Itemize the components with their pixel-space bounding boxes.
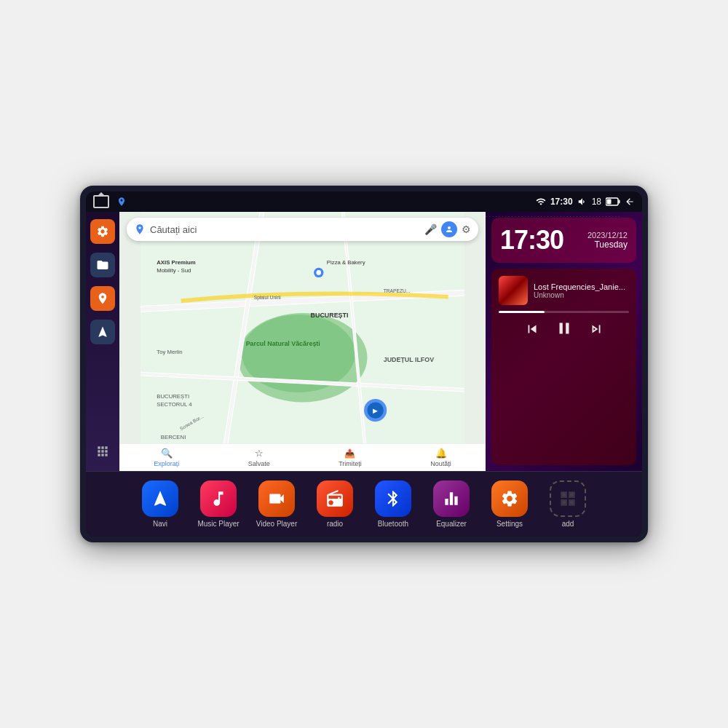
status-left (93, 195, 128, 208)
status-bar: 17:30 18 (86, 191, 642, 212)
map-tab-explore[interactable]: 🔍 Explorați (154, 448, 179, 467)
track-name: Lost Frequencies_Janie... (534, 282, 629, 291)
dock-item-equalizer[interactable]: Equalizer (426, 480, 477, 528)
equalizer-label: Equalizer (436, 520, 467, 528)
dock-item-video[interactable]: Video Player (251, 480, 302, 528)
dock-item-settings[interactable]: Settings (484, 480, 535, 528)
battery-level: 18 (592, 197, 601, 207)
battery-icon (606, 197, 620, 206)
bottom-dock: Navi Music Player Video Player (86, 471, 642, 537)
svg-text:►: ► (371, 406, 379, 415)
clock-time: 17:30 (500, 225, 563, 256)
map-tab-saved-label: Salvate (248, 460, 270, 467)
map-tab-send[interactable]: 📤 Trimiteți (339, 448, 362, 467)
svg-text:Mobility - Sud: Mobility - Sud (157, 267, 191, 274)
music-track-info: Lost Frequencies_Janie... Unknown (499, 276, 629, 305)
music-player-label: Music Player (197, 520, 239, 528)
map-search-text: Căutați aici (150, 224, 420, 235)
right-panel: 17:30 2023/12/12 Tuesday Lost Frequencie… (486, 212, 642, 471)
map-settings-icon[interactable]: ⚙ (462, 223, 471, 235)
sidebar-apps-btn[interactable] (90, 439, 115, 464)
bluetooth-label: Bluetooth (378, 520, 408, 528)
svg-text:BUCUREȘTI: BUCUREȘTI (311, 312, 349, 319)
svg-point-31 (316, 270, 321, 275)
home-icon[interactable] (93, 195, 109, 208)
music-widget: Lost Frequencies_Janie... Unknown (491, 269, 636, 465)
add-label: add (562, 520, 574, 528)
video-player-icon (258, 480, 295, 517)
map-bottom-bar: 🔍 Explorați ☆ Salvate 📤 Trimiteți 🔔 Nout… (119, 443, 486, 471)
music-progress-fill (499, 311, 545, 313)
map-tab-news-label: Noutăți (430, 460, 451, 467)
svg-text:BERCENI: BERCENI (161, 434, 186, 440)
map-search-bar[interactable]: Căutați aici 🎤 ⚙ (127, 218, 478, 241)
navi-label: Navi (153, 520, 167, 528)
clock-day-value: Tuesday (587, 240, 628, 250)
bluetooth-icon (375, 480, 411, 517)
svg-text:AXIS Premium: AXIS Premium (157, 259, 196, 266)
music-player-icon (200, 480, 237, 517)
dock-item-music[interactable]: Music Player (193, 480, 244, 528)
mic-icon[interactable]: 🎤 (424, 223, 437, 235)
svg-text:BUCUREȘTI: BUCUREȘTI (157, 393, 189, 400)
dock-item-navi[interactable]: Navi (135, 480, 186, 528)
map-container[interactable]: Căutați aici 🎤 ⚙ (119, 212, 486, 471)
svg-text:Toy Merlin: Toy Merlin (157, 349, 182, 355)
wifi-icon (536, 197, 546, 207)
radio-label: radio (327, 520, 343, 528)
sidebar-files-btn[interactable] (90, 253, 115, 277)
account-icon[interactable] (441, 221, 457, 237)
main-area: Căutați aici 🎤 ⚙ (86, 212, 642, 471)
dock-item-add[interactable]: add (542, 480, 593, 528)
dock-item-bluetooth[interactable]: Bluetooth (368, 480, 419, 528)
clock-date: 2023/12/12 Tuesday (587, 231, 628, 250)
settings-label: Settings (496, 520, 523, 528)
volume-icon (577, 197, 587, 207)
map-status-icon[interactable] (115, 195, 128, 208)
map-pin-icon (134, 223, 146, 235)
sidebar (86, 212, 119, 471)
svg-text:Pizza & Bakery: Pizza & Bakery (327, 259, 365, 266)
svg-rect-1 (619, 200, 620, 204)
svg-text:Parcul Natural Văcărești: Parcul Natural Văcărești (246, 340, 320, 347)
track-details: Lost Frequencies_Janie... Unknown (534, 282, 629, 299)
clock-widget: 17:30 2023/12/12 Tuesday (491, 218, 636, 263)
clock-date-value: 2023/12/12 (587, 231, 628, 240)
map-tab-news[interactable]: 🔔 Noutăți (430, 448, 451, 467)
video-player-label: Video Player (256, 520, 298, 528)
status-right: 17:30 18 (536, 197, 635, 207)
next-button[interactable] (588, 321, 604, 341)
music-controls (499, 319, 629, 342)
prev-button[interactable] (524, 321, 540, 341)
settings-icon (491, 480, 528, 517)
radio-icon (317, 480, 353, 517)
dock-item-radio[interactable]: radio (309, 480, 360, 528)
device-frame: 17:30 18 (80, 186, 648, 542)
album-art (499, 276, 528, 305)
map-tab-saved[interactable]: ☆ Salvate (248, 448, 270, 467)
pause-button[interactable] (555, 319, 574, 342)
time-display: 17:30 (550, 197, 573, 207)
svg-text:JUDEȚUL ILFOV: JUDEȚUL ILFOV (384, 356, 434, 363)
device-screen: 17:30 18 (86, 191, 642, 537)
sidebar-navigate-btn[interactable] (90, 320, 115, 344)
sidebar-settings-btn[interactable] (90, 219, 115, 244)
map-tab-send-label: Trimiteți (339, 460, 362, 467)
navi-icon (142, 480, 178, 517)
back-icon[interactable] (625, 197, 635, 207)
music-progress-bar[interactable] (499, 311, 629, 313)
svg-rect-2 (607, 199, 612, 205)
add-icon (550, 480, 586, 517)
svg-text:Splaiul Unirii: Splaiul Unirii (254, 295, 282, 301)
sidebar-location-btn[interactable] (90, 286, 115, 311)
map-tab-explore-label: Explorați (154, 460, 179, 467)
track-artist: Unknown (534, 291, 629, 299)
svg-text:SECTORUL 4: SECTORUL 4 (157, 401, 192, 408)
svg-text:TRAPEZU...: TRAPEZU... (384, 288, 411, 293)
equalizer-icon (433, 480, 470, 517)
map-svg: Google AXIS Premium Mobility - Sud Pizza… (119, 212, 486, 471)
